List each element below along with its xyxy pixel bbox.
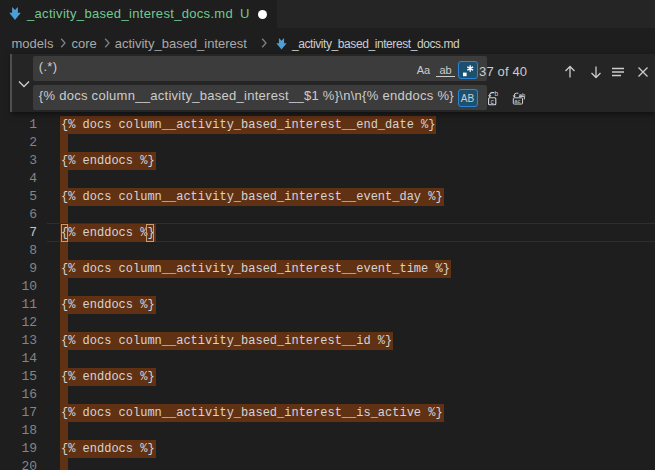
svg-text:c: c [490,98,494,105]
svg-text:ac: ac [514,98,520,104]
svg-text:b: b [495,90,499,97]
